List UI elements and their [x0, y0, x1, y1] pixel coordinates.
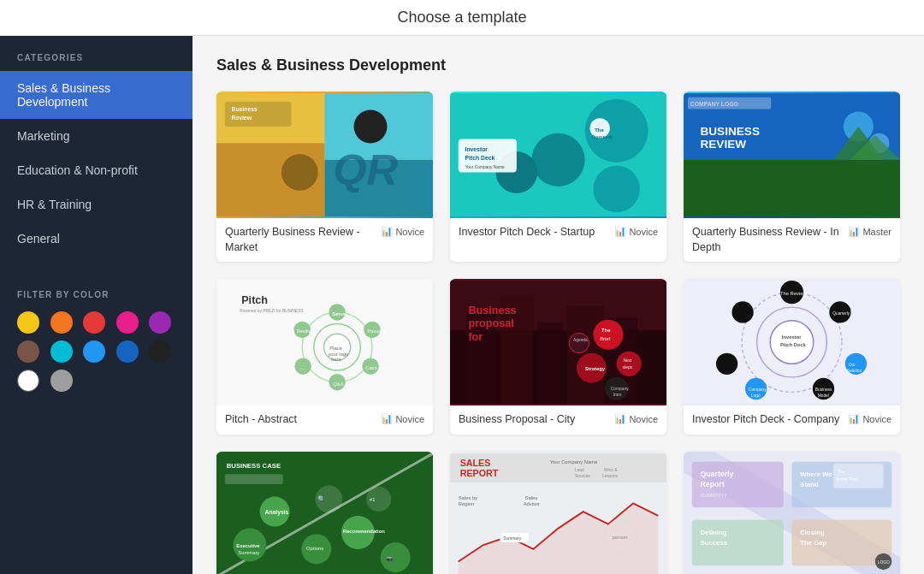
svg-text:Sales by: Sales by	[459, 494, 477, 500]
template-thumb-bp-city: Business proposal for The Brief Next ste…	[450, 279, 666, 405]
template-info-pitch-abstract: Pitch - Abstract 📊 Novice	[216, 405, 433, 435]
template-thumb-investor-startup: Investor Pitch Deck Your Company Name Th…	[450, 92, 666, 218]
level-icon: 📊	[381, 226, 393, 237]
svg-text:Success: Success	[700, 539, 727, 547]
svg-text:REVIEW: REVIEW	[700, 138, 746, 151]
color-pink[interactable]	[116, 311, 139, 334]
svg-text:Sources: Sources	[575, 474, 590, 478]
level-icon: 📊	[614, 226, 626, 237]
page-header: Choose a template	[0, 0, 924, 36]
sidebar-item-hr[interactable]: HR & Training	[0, 187, 192, 222]
template-card-qbr-depth[interactable]: COMPANY LOGO BUSINESS REVIEW Quarterly B…	[684, 92, 900, 262]
svg-text:Lessons: Lessons	[602, 474, 619, 478]
svg-text:Stand: Stand	[800, 480, 819, 488]
color-orange[interactable]	[50, 311, 73, 334]
svg-text:Company: Company	[611, 387, 629, 391]
svg-text:Your Company Name: Your Company Name	[550, 459, 598, 464]
svg-text:Investor: Investor	[465, 146, 489, 152]
svg-text:steps: steps	[622, 365, 632, 370]
template-level: 📊 Novice	[381, 225, 424, 237]
color-red[interactable]	[83, 311, 105, 334]
svg-text:Strategy: Strategy	[585, 366, 606, 371]
template-card-qbr-market[interactable]: QR Business Review Quarterly Business Re…	[216, 92, 433, 262]
svg-text:The Review: The Review	[780, 291, 808, 296]
svg-point-13	[593, 166, 639, 212]
svg-text:for: for	[468, 331, 483, 343]
sidebar-item-education[interactable]: Education & Non-profit	[0, 153, 192, 187]
template-card-investor-company[interactable]: Investor Pitch Deck The Review Quarterly…	[684, 279, 900, 435]
template-name: Business Proposal - City	[459, 412, 609, 428]
page-title: Choose a template	[397, 9, 526, 26]
sidebar-item-sales[interactable]: Sales & Business Development	[0, 71, 192, 119]
svg-text:person: person	[613, 535, 628, 540]
color-black[interactable]	[149, 340, 171, 363]
svg-point-63	[593, 320, 623, 350]
svg-text:Pitch Deck: Pitch Deck	[780, 342, 807, 347]
sidebar-item-general[interactable]: General	[0, 222, 192, 256]
svg-text:Recommendation: Recommendation	[343, 529, 385, 534]
template-card-qr-trends[interactable]: Quarterly Report DD/MM/YYYY Where We Sta…	[684, 452, 900, 575]
template-name: Investor Pitch Deck - Company	[692, 412, 843, 428]
svg-point-71	[569, 333, 589, 352]
svg-rect-57	[537, 323, 562, 404]
svg-text:The: The	[595, 127, 604, 133]
main-layout: CATEGORIES Sales & Business Development …	[0, 36, 924, 574]
template-thumb-qbr-market: QR Business Review	[216, 92, 433, 218]
svg-text:Your Company Name: Your Company Name	[465, 165, 506, 169]
svg-text:Business: Business	[815, 388, 832, 392]
template-thumb-investor-company: Investor Pitch Deck The Review Quarterly…	[684, 279, 900, 405]
svg-text:Quarterly: Quarterly	[700, 470, 733, 478]
svg-point-8	[354, 109, 388, 143]
template-card-sales-report[interactable]: SALES REPORT Your Company Name Lead Sour…	[450, 452, 666, 575]
svg-text:🔍: 🔍	[317, 494, 326, 503]
template-card-investor-startup[interactable]: Investor Pitch Deck Your Company Name Th…	[450, 92, 666, 262]
svg-text:The: The	[601, 328, 611, 333]
svg-text:LOGO: LOGO	[878, 560, 890, 565]
sidebar: CATEGORIES Sales & Business Development …	[0, 36, 192, 574]
svg-text:The Gap: The Gap	[800, 539, 826, 547]
svg-rect-100	[225, 474, 283, 484]
color-grid	[17, 311, 175, 392]
svg-text:Q&A: Q&A	[333, 382, 343, 387]
svg-text:Pitch Deck: Pitch Deck	[465, 155, 495, 161]
svg-text:Investor: Investor	[782, 334, 802, 340]
svg-text:SALES: SALES	[460, 457, 491, 467]
svg-text:Sales: Sales	[525, 494, 538, 500]
svg-text:Powered by PREZI for BUSINESS: Powered by PREZI for BUSINESS	[240, 309, 304, 313]
template-grid: QR Business Review Quarterly Business Re…	[216, 92, 900, 574]
template-card-biz-case[interactable]: BUSINESS CASE Analysis Executive Summary…	[216, 452, 433, 575]
svg-text:Intro: Intro	[613, 393, 622, 397]
filter-label: FILTER BY COLOR	[17, 290, 175, 299]
svg-text:Serve: Serve	[332, 311, 346, 317]
template-name: Investor Pitch Deck - Startup	[459, 225, 609, 240]
color-white[interactable]	[17, 370, 39, 392]
sidebar-item-marketing[interactable]: Marketing	[0, 119, 192, 153]
color-yellow[interactable]	[17, 311, 39, 334]
svg-text:Executive: Executive	[236, 542, 260, 547]
level-icon: 📊	[381, 413, 393, 424]
color-dark-blue[interactable]	[116, 340, 139, 363]
template-card-bp-city[interactable]: Business proposal for The Brief Next ste…	[450, 279, 666, 435]
svg-text:Summary: Summary	[503, 536, 521, 541]
color-brown[interactable]	[17, 340, 39, 363]
svg-text:...: ...	[299, 365, 304, 370]
svg-text:Brief: Brief	[600, 336, 610, 341]
svg-text:Solution: Solution	[847, 369, 862, 373]
svg-point-66	[617, 352, 642, 376]
color-gray[interactable]	[50, 370, 73, 392]
color-purple[interactable]	[149, 311, 171, 334]
color-cyan[interactable]	[50, 340, 73, 363]
svg-text:Resilience: Resilience	[296, 328, 319, 334]
template-thumb-pitch: Pitch Powered by PREZI for BUSINESS Plac…	[216, 279, 433, 405]
template-card-pitch-abstract[interactable]: Pitch Powered by PREZI for BUSINESS Plac…	[216, 279, 433, 435]
template-level: 📊 Novice	[614, 412, 658, 424]
svg-rect-142	[833, 463, 883, 488]
svg-text:Advisor: Advisor	[524, 501, 540, 506]
svg-point-96	[732, 301, 753, 323]
color-blue[interactable]	[83, 340, 105, 363]
svg-text:Wins &: Wins &	[604, 468, 618, 472]
svg-text:BUSINESS: BUSINESS	[700, 125, 760, 138]
svg-text:The: The	[838, 470, 845, 474]
svg-text:Place: Place	[329, 346, 342, 351]
svg-text:Defining: Defining	[700, 529, 726, 536]
